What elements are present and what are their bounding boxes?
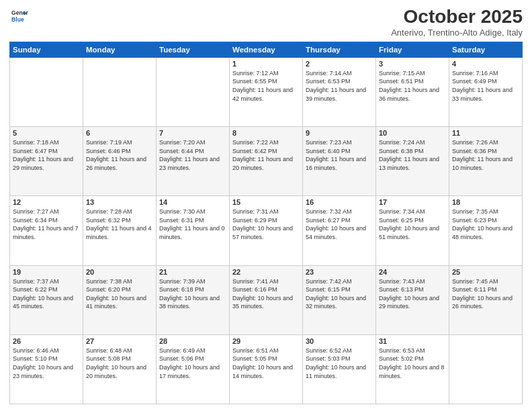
day-info: Sunrise: 7:43 AM Sunset: 6:13 PM Dayligh…	[379, 277, 446, 311]
calendar-cell	[10, 57, 83, 126]
day-info: Sunrise: 7:14 AM Sunset: 6:53 PM Dayligh…	[306, 69, 373, 103]
day-info: Sunrise: 7:39 AM Sunset: 6:18 PM Dayligh…	[159, 277, 226, 311]
day-number: 21	[159, 268, 226, 276]
day-number: 27	[86, 337, 153, 345]
calendar-cell: 23Sunrise: 7:42 AM Sunset: 6:15 PM Dayli…	[303, 265, 376, 334]
day-number: 15	[232, 198, 300, 206]
calendar-cell: 14Sunrise: 7:30 AM Sunset: 6:31 PM Dayli…	[157, 196, 230, 265]
day-info: Sunrise: 7:22 AM Sunset: 6:42 PM Dayligh…	[232, 138, 300, 172]
day-info: Sunrise: 7:27 AM Sunset: 6:34 PM Dayligh…	[13, 208, 80, 241]
day-number: 4	[452, 60, 519, 68]
day-info: Sunrise: 7:45 AM Sunset: 6:11 PM Dayligh…	[452, 277, 519, 311]
weekday-header-sunday: Sunday	[10, 42, 83, 57]
weekday-header-wednesday: Wednesday	[230, 42, 303, 57]
day-info: Sunrise: 7:20 AM Sunset: 6:44 PM Dayligh…	[159, 138, 226, 172]
calendar-cell	[157, 57, 230, 126]
day-info: Sunrise: 6:46 AM Sunset: 5:10 PM Dayligh…	[13, 347, 80, 380]
day-info: Sunrise: 7:15 AM Sunset: 6:51 PM Dayligh…	[379, 69, 446, 103]
day-info: Sunrise: 7:37 AM Sunset: 6:22 PM Dayligh…	[13, 277, 80, 311]
calendar-body: 1Sunrise: 7:12 AM Sunset: 6:55 PM Daylig…	[10, 57, 523, 404]
day-number: 3	[379, 60, 446, 68]
day-number: 8	[232, 129, 300, 137]
day-number: 28	[159, 337, 226, 345]
day-number: 24	[379, 268, 446, 276]
calendar-cell: 13Sunrise: 7:28 AM Sunset: 6:32 PM Dayli…	[83, 196, 157, 265]
day-info: Sunrise: 7:12 AM Sunset: 6:55 PM Dayligh…	[232, 69, 300, 103]
calendar-cell: 20Sunrise: 7:38 AM Sunset: 6:20 PM Dayli…	[83, 265, 157, 334]
day-info: Sunrise: 7:30 AM Sunset: 6:31 PM Dayligh…	[159, 208, 226, 241]
day-number: 6	[86, 129, 153, 137]
day-number: 10	[379, 129, 446, 137]
weekday-header-saturday: Saturday	[449, 42, 523, 57]
calendar-cell: 7Sunrise: 7:20 AM Sunset: 6:44 PM Daylig…	[157, 127, 230, 196]
calendar-cell: 25Sunrise: 7:45 AM Sunset: 6:11 PM Dayli…	[449, 265, 523, 334]
weekday-header-friday: Friday	[376, 42, 449, 57]
day-info: Sunrise: 6:52 AM Sunset: 5:03 PM Dayligh…	[306, 347, 373, 380]
calendar-cell: 17Sunrise: 7:34 AM Sunset: 6:25 PM Dayli…	[376, 196, 449, 265]
day-info: Sunrise: 7:19 AM Sunset: 6:46 PM Dayligh…	[86, 138, 153, 172]
day-number: 5	[13, 129, 80, 137]
calendar-cell: 18Sunrise: 7:35 AM Sunset: 6:23 PM Dayli…	[449, 196, 523, 265]
calendar-cell: 28Sunrise: 6:49 AM Sunset: 5:06 PM Dayli…	[157, 334, 230, 404]
day-number: 9	[306, 129, 373, 137]
subtitle: Anterivo, Trentino-Alto Adige, Italy	[391, 28, 523, 38]
weekday-header-tuesday: Tuesday	[157, 42, 230, 57]
day-number: 22	[232, 268, 300, 276]
week-row-2: 5Sunrise: 7:18 AM Sunset: 6:47 PM Daylig…	[10, 127, 523, 196]
day-number: 14	[159, 198, 226, 206]
day-info: Sunrise: 7:28 AM Sunset: 6:32 PM Dayligh…	[86, 208, 153, 241]
day-info: Sunrise: 6:51 AM Sunset: 5:05 PM Dayligh…	[232, 347, 300, 380]
calendar-cell: 6Sunrise: 7:19 AM Sunset: 6:46 PM Daylig…	[83, 127, 157, 196]
calendar-cell: 4Sunrise: 7:16 AM Sunset: 6:49 PM Daylig…	[449, 57, 523, 126]
day-info: Sunrise: 7:18 AM Sunset: 6:47 PM Dayligh…	[13, 138, 80, 172]
week-row-3: 12Sunrise: 7:27 AM Sunset: 6:34 PM Dayli…	[10, 196, 523, 265]
svg-text:Blue: Blue	[11, 16, 24, 23]
calendar-cell	[83, 57, 157, 126]
calendar-cell: 29Sunrise: 6:51 AM Sunset: 5:05 PM Dayli…	[230, 334, 303, 404]
calendar-cell: 2Sunrise: 7:14 AM Sunset: 6:53 PM Daylig…	[303, 57, 376, 126]
day-info: Sunrise: 6:53 AM Sunset: 5:02 PM Dayligh…	[379, 347, 446, 380]
calendar: SundayMondayTuesdayWednesdayThursdayFrid…	[9, 42, 523, 404]
calendar-cell: 9Sunrise: 7:23 AM Sunset: 6:40 PM Daylig…	[303, 127, 376, 196]
day-number: 2	[306, 60, 373, 68]
day-info: Sunrise: 7:24 AM Sunset: 6:38 PM Dayligh…	[379, 138, 446, 172]
weekday-header-thursday: Thursday	[303, 42, 376, 57]
day-info: Sunrise: 7:41 AM Sunset: 6:16 PM Dayligh…	[232, 277, 300, 311]
weekday-header-row: SundayMondayTuesdayWednesdayThursdayFrid…	[10, 42, 523, 57]
day-number: 25	[452, 268, 519, 276]
day-info: Sunrise: 7:35 AM Sunset: 6:23 PM Dayligh…	[452, 208, 519, 241]
logo-icon: General Blue	[9, 7, 28, 26]
day-number: 11	[452, 129, 519, 137]
day-info: Sunrise: 7:38 AM Sunset: 6:20 PM Dayligh…	[86, 277, 153, 311]
week-row-4: 19Sunrise: 7:37 AM Sunset: 6:22 PM Dayli…	[10, 265, 523, 334]
day-number: 12	[13, 198, 80, 206]
day-info: Sunrise: 6:48 AM Sunset: 5:08 PM Dayligh…	[86, 347, 153, 380]
calendar-cell: 1Sunrise: 7:12 AM Sunset: 6:55 PM Daylig…	[230, 57, 303, 126]
calendar-cell: 27Sunrise: 6:48 AM Sunset: 5:08 PM Dayli…	[83, 334, 157, 404]
day-number: 17	[379, 198, 446, 206]
day-info: Sunrise: 7:23 AM Sunset: 6:40 PM Dayligh…	[306, 138, 373, 172]
header: General Blue October 2025 Anterivo, Tren…	[9, 7, 523, 38]
calendar-cell: 26Sunrise: 6:46 AM Sunset: 5:10 PM Dayli…	[10, 334, 83, 404]
calendar-cell: 5Sunrise: 7:18 AM Sunset: 6:47 PM Daylig…	[10, 127, 83, 196]
calendar-cell: 21Sunrise: 7:39 AM Sunset: 6:18 PM Dayli…	[157, 265, 230, 334]
calendar-cell: 30Sunrise: 6:52 AM Sunset: 5:03 PM Dayli…	[303, 334, 376, 404]
day-info: Sunrise: 7:31 AM Sunset: 6:29 PM Dayligh…	[232, 208, 300, 241]
day-info: Sunrise: 7:26 AM Sunset: 6:36 PM Dayligh…	[452, 138, 519, 172]
weekday-header-monday: Monday	[83, 42, 157, 57]
week-row-5: 26Sunrise: 6:46 AM Sunset: 5:10 PM Dayli…	[10, 334, 523, 404]
day-info: Sunrise: 7:34 AM Sunset: 6:25 PM Dayligh…	[379, 208, 446, 241]
day-number: 29	[232, 337, 300, 345]
day-number: 31	[379, 337, 446, 345]
day-number: 26	[13, 337, 80, 345]
calendar-cell: 24Sunrise: 7:43 AM Sunset: 6:13 PM Dayli…	[376, 265, 449, 334]
title-block: October 2025 Anterivo, Trentino-Alto Adi…	[391, 7, 523, 38]
calendar-cell	[449, 334, 523, 404]
day-number: 1	[232, 60, 300, 68]
day-info: Sunrise: 7:42 AM Sunset: 6:15 PM Dayligh…	[306, 277, 373, 311]
week-row-1: 1Sunrise: 7:12 AM Sunset: 6:55 PM Daylig…	[10, 57, 523, 126]
day-info: Sunrise: 7:16 AM Sunset: 6:49 PM Dayligh…	[452, 69, 519, 103]
calendar-cell: 10Sunrise: 7:24 AM Sunset: 6:38 PM Dayli…	[376, 127, 449, 196]
calendar-cell: 19Sunrise: 7:37 AM Sunset: 6:22 PM Dayli…	[10, 265, 83, 334]
day-info: Sunrise: 6:49 AM Sunset: 5:06 PM Dayligh…	[159, 347, 226, 380]
